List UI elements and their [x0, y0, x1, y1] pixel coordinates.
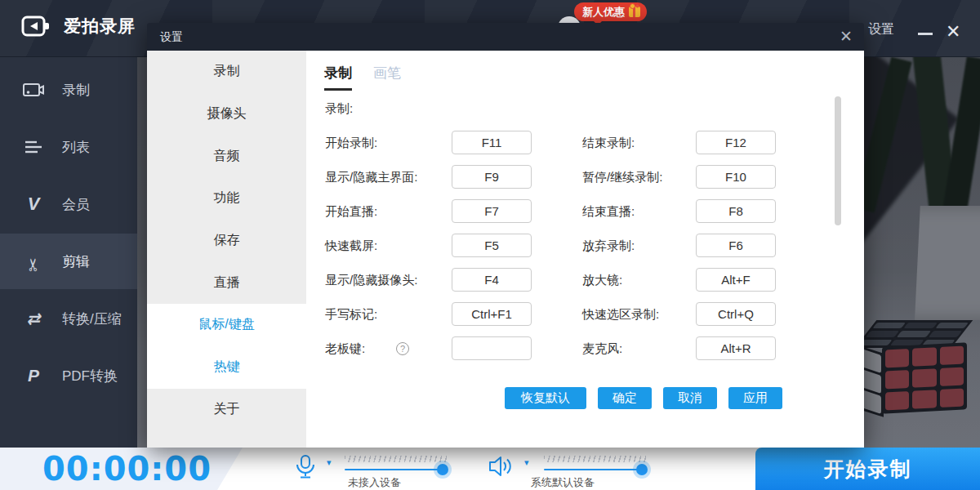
hotkey-label: 放弃录制: [582, 234, 635, 258]
hotkey-label: 手写标记: [325, 302, 377, 327]
minimize-icon[interactable] [918, 33, 933, 35]
topbar-settings-link[interactable]: 设置 [868, 21, 894, 38]
ok-button[interactable]: 确定 [598, 387, 652, 409]
section-label: 录制: [325, 101, 353, 117]
dialog-title-bar: 设置 ✕ [147, 23, 864, 51]
start-recording-button[interactable]: 开始录制 [755, 448, 980, 490]
sidebar-item-label: 录制 [62, 81, 90, 100]
nav-item-live[interactable]: 直播 [147, 261, 306, 304]
hotkey-input-region-record[interactable]: Ctrl+Q [696, 302, 776, 326]
tab-brush[interactable]: 画笔 [373, 64, 401, 91]
hotkey-input-start-record[interactable]: F11 [452, 131, 532, 154]
hotkey-label: 快速截屏: [325, 234, 377, 258]
app-window: 爱拍录屏 新人优惠 设置 ✕ 录制 列表 V 会员 ✂ 剪 [0, 0, 980, 490]
main-sidebar: 录制 列表 V 会员 ✂ 剪辑 ⇄ 转换/压缩 P PDF转换 [0, 57, 137, 448]
content-tabs: 录制 画笔 [324, 64, 401, 91]
hotkey-label: 结束录制: [582, 131, 635, 155]
sidebar-item-pdf[interactable]: P PDF转换 [0, 348, 137, 403]
tab-record[interactable]: 录制 [324, 64, 352, 91]
sidebar-item-label: 转换/压缩 [62, 310, 122, 328]
promo-badge-label: 新人优惠 [582, 5, 625, 20]
nav-item-hotkey[interactable]: 热键 [147, 346, 306, 389]
hotkey-row: 手写标记: Ctrl+F1 快速选区录制: Ctrl+Q [325, 302, 848, 327]
sidebar-item-label: 列表 [62, 138, 90, 157]
hotkey-row: 开始录制: F11 结束录制: F12 [325, 131, 848, 155]
convert-arrows-icon: ⇄ [23, 309, 44, 328]
hotkey-input-start-live[interactable]: F7 [452, 199, 532, 223]
dialog-title: 设置 [160, 30, 183, 45]
slider-ticks [544, 456, 646, 462]
speaker-volume-slider[interactable] [544, 456, 646, 470]
video-camera-icon [23, 82, 44, 98]
hotkey-input-screenshot[interactable]: F5 [452, 234, 532, 257]
scrollbar-thumb[interactable] [835, 96, 841, 225]
pdf-icon: P [23, 366, 44, 385]
sidebar-item-record[interactable]: 录制 [0, 62, 137, 118]
hotkey-input-toggle-ui[interactable]: F9 [452, 165, 532, 189]
slider-ticks [345, 456, 447, 462]
dialog-buttons: 恢复默认 确定 取消 应用 [505, 387, 782, 409]
hotkey-label: 暂停/继续录制: [582, 165, 662, 189]
nav-item-mouse-keyboard[interactable]: 鼠标/键盘 [147, 304, 306, 346]
nav-item-audio[interactable]: 音频 [147, 135, 306, 177]
apply-button[interactable]: 应用 [728, 387, 782, 409]
nav-item-camera[interactable]: 摄像头 [147, 93, 306, 136]
hotkey-input-discard[interactable]: F6 [696, 234, 776, 257]
recording-timer: 00:00:00 [42, 450, 206, 488]
settings-nav: 录制 摄像头 音频 功能 保存 直播 鼠标/键盘 热键 关于 [147, 51, 306, 448]
speaker-icon[interactable] [488, 456, 513, 477]
hotkey-row: 显示/隐藏摄像头: F4 放大镜: Alt+F [325, 268, 848, 292]
microphone-icon[interactable] [294, 455, 317, 479]
hotkey-label: 快速选区录制: [582, 302, 659, 327]
hotkey-label: 结束直播: [582, 199, 635, 224]
app-logo-icon [21, 14, 51, 38]
mic-volume-slider[interactable] [345, 456, 447, 470]
hotkey-label: 放大镜: [582, 268, 622, 292]
hotkey-row: 快速截屏: F5 放弃录制: F6 [325, 234, 848, 258]
restore-defaults-button[interactable]: 恢复默认 [505, 387, 586, 409]
sidebar-item-edit[interactable]: ✂ 剪辑 [0, 234, 137, 289]
gift-icon [629, 7, 640, 17]
hotkey-label: 显示/隐藏主界面: [325, 165, 417, 189]
scissors-icon: ✂ [24, 251, 43, 272]
nav-item-record[interactable]: 录制 [147, 51, 306, 93]
sidebar-item-list[interactable]: 列表 [0, 119, 137, 175]
list-icon [23, 140, 44, 154]
settings-content: 录制 画笔 录制: 开始录制: F11 结束录制: F12 显示/隐藏主界面: … [306, 51, 864, 448]
hotkey-input-microphone[interactable]: Alt+R [696, 336, 776, 360]
hotkey-label: 开始录制: [325, 131, 377, 155]
nav-item-about[interactable]: 关于 [147, 389, 306, 431]
promo-badge[interactable]: 新人优惠 [574, 2, 647, 21]
speaker-dropdown-caret[interactable]: ▾ [524, 457, 529, 468]
hotkey-input-boss-key[interactable] [452, 336, 532, 360]
close-icon[interactable]: ✕ [946, 21, 960, 42]
mic-dropdown-caret[interactable]: ▾ [327, 457, 332, 468]
cancel-button[interactable]: 取消 [663, 387, 717, 409]
hotkey-input-pause-resume[interactable]: F10 [696, 165, 776, 189]
speaker-slider-knob[interactable] [636, 464, 648, 475]
nav-item-function[interactable]: 功能 [147, 177, 306, 220]
hotkey-input-stop-live[interactable]: F8 [696, 199, 776, 223]
hotkey-row: 开始直播: F7 结束直播: F8 [325, 199, 848, 224]
hotkey-input-handwriting[interactable]: Ctrl+F1 [452, 302, 532, 326]
mic-slider-knob[interactable] [437, 464, 448, 475]
member-v-icon: V [23, 194, 44, 215]
hotkey-input-magnifier[interactable]: Alt+F [696, 268, 776, 292]
hotkey-row: 老板键: ? 麦克风: Alt+R [325, 336, 848, 361]
question-mark-icon[interactable]: ? [396, 342, 409, 355]
sidebar-item-label: 会员 [62, 195, 90, 214]
settings-dialog: 设置 ✕ 录制 摄像头 音频 功能 保存 直播 鼠标/键盘 热键 关于 录制 画… [147, 23, 864, 448]
sidebar-item-member[interactable]: V 会员 [0, 176, 137, 232]
hotkey-row: 显示/隐藏主界面: F9 暂停/继续录制: F10 [325, 165, 848, 189]
hotkey-input-stop-record[interactable]: F12 [696, 131, 776, 154]
hotkey-label: 开始直播: [325, 199, 377, 224]
microphone-control: ▾ 未接入设备 [294, 451, 457, 488]
nav-item-save[interactable]: 保存 [147, 220, 306, 262]
hotkey-label: 老板键: [325, 336, 365, 361]
dialog-close-icon[interactable]: ✕ [840, 27, 853, 46]
speaker-control: ▾ 系统默认设备 [488, 451, 660, 488]
hotkey-label: 麦克风: [582, 336, 622, 361]
sidebar-item-label: PDF转换 [62, 367, 118, 385]
hotkey-input-toggle-camera[interactable]: F4 [452, 268, 532, 292]
sidebar-item-convert[interactable]: ⇄ 转换/压缩 [0, 291, 137, 346]
